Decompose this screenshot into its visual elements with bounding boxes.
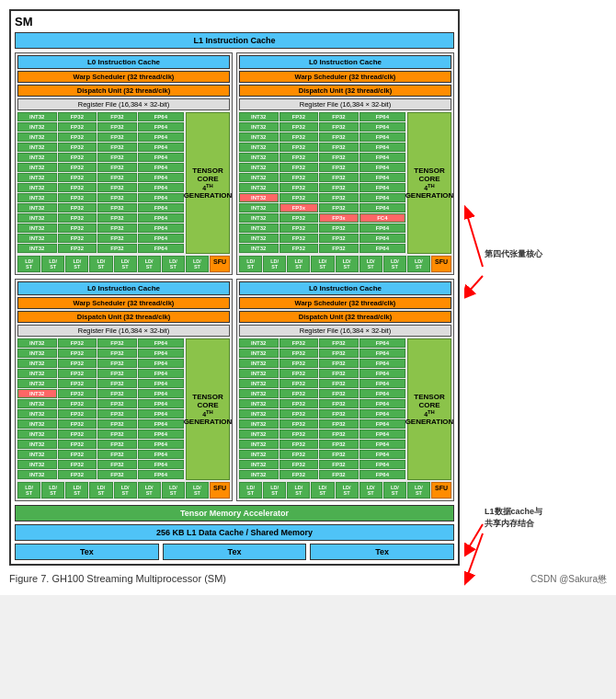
l1-instruction-cache: L1 Instruction Cache	[15, 32, 454, 49]
q2-int-fp-block: INT32FP32FP32FP64 INT32FP32FP32FP64 INT3…	[239, 112, 405, 254]
q4-compute-area: INT32FP32FP32FP64 INT32FP32FP32FP64 INT3…	[239, 338, 451, 480]
sm-container: SM L1 Instruction Cache L0 Instruction C…	[9, 9, 460, 566]
svg-line-1	[466, 276, 483, 294]
tex-cell-2: Tex	[163, 544, 307, 560]
q2-register-file: Register File (16,384 × 32-bit)	[239, 98, 451, 110]
top-quadrant-row: L0 Instruction Cache Warp Scheduler (32 …	[15, 52, 454, 275]
svg-line-3	[466, 524, 483, 552]
quadrant-2: L0 Instruction Cache Warp Scheduler (32 …	[236, 52, 454, 275]
q4-warp-scheduler: Warp Scheduler (32 thread/clk)	[239, 297, 451, 309]
page: SM L1 Instruction Cache L0 Instruction C…	[0, 0, 616, 595]
q3-register-file: Register File (16,384 × 32-bit)	[17, 325, 230, 337]
q4-int-fp-block: INT32FP32FP32FP64 INT32FP32FP32FP64 INT3…	[239, 338, 405, 480]
q4-l0-cache: L0 Instruction Cache	[239, 281, 451, 295]
quadrant-3: L0 Instruction Cache Warp Scheduler (32 …	[15, 279, 233, 501]
q1-warp-scheduler: Warp Scheduler (32 thread/clk)	[17, 71, 230, 83]
tex-cell-3: Tex	[310, 544, 454, 560]
figure-caption-text: Figure 7. GH100 Streaming Multiprocessor…	[9, 573, 226, 586]
annotation-tensor-label: 第四代张量核心	[485, 248, 542, 260]
q4-register-file: Register File (16,384 × 32-bit)	[239, 325, 451, 337]
q2-compute-area: INT32FP32FP32FP64 INT32FP32FP32FP64 INT3…	[239, 112, 451, 254]
q2-l0-cache: L0 Instruction Cache	[239, 55, 451, 69]
q1-sfu: SFU	[210, 256, 230, 272]
q1-tensor-core: TENSOR CORE 4TH GENERATION	[186, 112, 230, 254]
sm-title: SM	[15, 15, 454, 29]
q2-warp-scheduler: Warp Scheduler (32 thread/clk)	[239, 71, 451, 83]
tex-row: Tex Tex Tex	[15, 544, 454, 560]
q1-l0-cache: L0 Instruction Cache	[17, 55, 230, 69]
q3-compute-area: INT32FP32FP32FP64 INT32FP32FP32FP64 INT3…	[17, 338, 230, 480]
q3-warp-scheduler: Warp Scheduler (32 thread/clk)	[17, 297, 230, 309]
q3-dispatch-unit: Dispatch Unit (32 thread/clk)	[17, 311, 230, 323]
q2-sfu-row: LD/ST LD/ST LD/ST LD/ST LD/ST LD/ST LD/S…	[239, 256, 451, 272]
q2-tensor-core: TENSOR CORE 4TH GENERATION	[407, 112, 451, 254]
l1-data-cache-bar: 256 KB L1 Data Cache / Shared Memory	[15, 524, 454, 541]
q4-sfu: SFU	[431, 482, 451, 498]
q1-dispatch-unit: Dispatch Unit (32 thread/clk)	[17, 85, 230, 97]
q4-tensor-core: TENSOR CORE 4TH GENERATION	[407, 338, 451, 480]
q3-l0-cache: L0 Instruction Cache	[17, 281, 230, 295]
tensor-memory-bar: Tensor Memory Accelerator	[15, 505, 454, 521]
q2-dispatch-unit: Dispatch Unit (32 thread/clk)	[239, 85, 451, 97]
q4-dispatch-unit: Dispatch Unit (32 thread/clk)	[239, 311, 451, 323]
q3-sfu-row: LD/ST LD/ST LD/ST LD/ST LD/ST LD/ST LD/S…	[17, 482, 230, 498]
q4-sfu-row: LD/ST LD/ST LD/ST LD/ST LD/ST LD/ST LD/S…	[239, 482, 451, 498]
annotation-arrows	[464, 9, 607, 699]
svg-line-0	[466, 212, 483, 267]
q2-sfu: SFU	[431, 256, 451, 272]
q1-compute-area: INT32FP32FP32FP64 INT32FP32FP32FP64 INT3…	[17, 112, 230, 254]
q1-sfu-row: LD/ST LD/ST LD/ST LD/ST LD/ST LD/ST LD/S…	[17, 256, 230, 272]
csdn-credit: CSDN @Sakura懋	[530, 573, 607, 586]
q3-sfu: SFU	[210, 482, 230, 498]
q1-int-fp-block: INT32FP32FP32FP64 INT32FP32FP32FP64 INT3…	[17, 112, 184, 254]
quadrant-4: L0 Instruction Cache Warp Scheduler (32 …	[236, 279, 454, 501]
q3-tensor-core: TENSOR CORE 4TH GENERATION	[186, 338, 230, 480]
bottom-quadrant-row: L0 Instruction Cache Warp Scheduler (32 …	[15, 279, 454, 501]
annotation-cache-label: L1数据cache与 共享内存结合	[485, 506, 542, 530]
quadrant-1: L0 Instruction Cache Warp Scheduler (32 …	[15, 52, 233, 275]
figure-caption: Figure 7. GH100 Streaming Multiprocessor…	[9, 573, 607, 586]
q3-int-fp-block: INT32FP32FP32FP64 INT32FP32FP32FP64 INT3…	[17, 338, 184, 480]
tex-cell-1: Tex	[15, 544, 159, 560]
page-outer: SM L1 Instruction Cache L0 Instruction C…	[9, 9, 607, 566]
q1-register-file: Register File (16,384 × 32-bit)	[17, 98, 230, 110]
